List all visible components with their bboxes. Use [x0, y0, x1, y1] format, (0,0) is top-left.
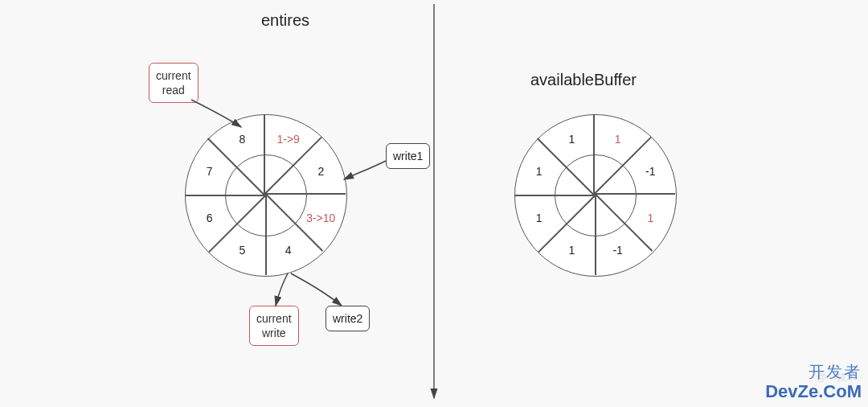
entries-spoke: [265, 195, 267, 275]
right-title: availableBuffer: [530, 71, 637, 89]
entries-ring: 1->923->1045678: [185, 114, 346, 275]
buffer-segment-label: 1: [598, 133, 638, 146]
buffer-spoke: [595, 195, 596, 275]
entries-segment-label: 8: [222, 133, 262, 146]
entries-spoke: [185, 195, 265, 196]
entries-spoke: [265, 194, 346, 195]
entries-segment-label: 7: [190, 165, 230, 178]
current-write-box: current write: [249, 306, 299, 346]
watermark-en: DevZe.CoM: [765, 381, 862, 402]
entries-spoke: [264, 114, 266, 195]
entries-segment-label: 2: [301, 165, 341, 178]
write1-box: write1: [386, 143, 430, 169]
arrow-write1: [344, 161, 386, 179]
buffer-segment-label: -1: [630, 165, 670, 178]
buffer-segment-label: -1: [598, 244, 638, 257]
current-read-box: current read: [149, 63, 199, 103]
watermark-cn: 开发者: [765, 361, 862, 383]
arrow-write2: [291, 273, 342, 306]
watermark: @·· ·技术·· 开发者 DevZe.CoM: [765, 361, 862, 402]
buffer-segment-label: 1: [551, 244, 592, 257]
write2-box: write2: [326, 306, 370, 331]
watermark-faint: @·· ·技术··: [817, 371, 862, 384]
buffer-segment-label: 1: [519, 212, 559, 224]
entries-segment-label: 1->9: [268, 133, 309, 146]
buffer-spoke: [514, 195, 595, 196]
availablebuffer-ring: 1-11-11111: [514, 114, 675, 275]
buffer-spoke: [595, 194, 675, 195]
entries-segment-label: 5: [222, 244, 262, 257]
arrow-current-write: [276, 273, 288, 306]
buffer-segment-label: 1: [630, 212, 670, 224]
left-title: entires: [261, 11, 309, 30]
buffer-segment-label: 1: [551, 133, 592, 146]
buffer-segment-label: 1: [519, 165, 559, 178]
entries-segment-label: 4: [268, 244, 309, 257]
entries-segment-label: 3->10: [301, 212, 341, 224]
entries-segment-label: 6: [190, 212, 230, 224]
arrows-layer: [0, 0, 868, 407]
buffer-spoke: [594, 114, 596, 195]
